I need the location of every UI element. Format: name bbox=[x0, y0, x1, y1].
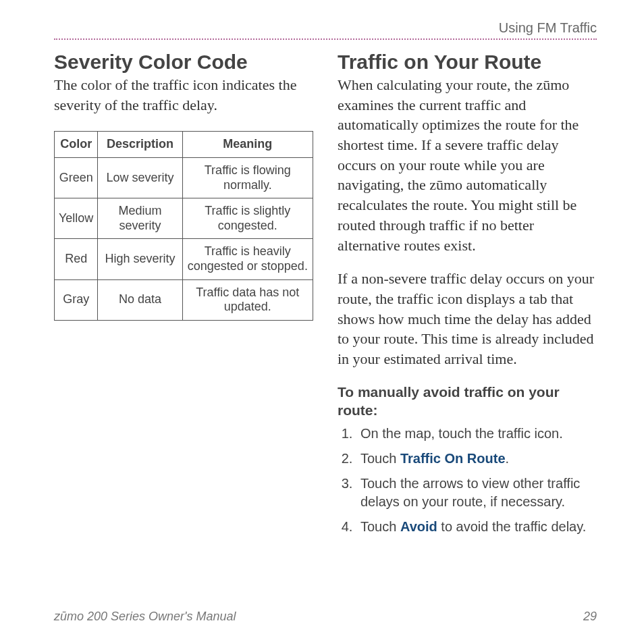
th-color: Color bbox=[55, 132, 98, 158]
page: Using FM Traffic Severity Color Code The… bbox=[0, 0, 644, 644]
cell-color: Gray bbox=[55, 279, 98, 320]
cell-mean: Traffic is flowing normally. bbox=[182, 157, 313, 198]
cell-mean: Traffic is slightly congested. bbox=[182, 198, 313, 239]
section-header: Using FM Traffic bbox=[54, 20, 597, 36]
header-rule bbox=[54, 38, 597, 40]
step-3: Touch the arrows to view other traffic d… bbox=[356, 475, 597, 511]
table-row: Yellow Medium severity Traffic is slight… bbox=[55, 198, 313, 239]
table-row: Green Low severity Traffic is flowing no… bbox=[55, 157, 313, 198]
columns: Severity Color Code The color of the tra… bbox=[54, 51, 597, 543]
steps-title: To manually avoid traffic on your route: bbox=[338, 383, 597, 420]
severity-intro: The color of the traffic icon indicates … bbox=[54, 75, 313, 115]
steps-list: On the map, touch the traffic icon. Touc… bbox=[338, 425, 597, 536]
cell-desc: Medium severity bbox=[98, 198, 182, 239]
step-4-keyword: Avoid bbox=[400, 519, 437, 534]
cell-color: Red bbox=[55, 239, 98, 279]
th-description: Description bbox=[98, 132, 182, 158]
table-head-row: Color Description Meaning bbox=[55, 132, 313, 158]
page-number: 29 bbox=[583, 610, 597, 624]
route-heading: Traffic on Your Route bbox=[338, 51, 597, 74]
page-footer: zūmo 200 Series Owner's Manual 29 bbox=[54, 610, 597, 624]
right-column: Traffic on Your Route When calculating y… bbox=[338, 51, 597, 543]
step-2-post: . bbox=[506, 451, 510, 466]
step-2: Touch Traffic On Route. bbox=[356, 450, 597, 468]
table-row: Gray No data Traffic data has not update… bbox=[55, 279, 313, 320]
cell-mean: Traffic data has not updated. bbox=[182, 279, 313, 320]
cell-color: Green bbox=[55, 157, 98, 198]
manual-title: zūmo 200 Series Owner's Manual bbox=[54, 610, 236, 624]
step-2-pre: Touch bbox=[360, 451, 400, 466]
severity-heading: Severity Color Code bbox=[54, 51, 313, 74]
step-1: On the map, touch the traffic icon. bbox=[356, 425, 597, 443]
cell-desc: High severity bbox=[98, 239, 182, 279]
cell-mean: Traffic is heavily congested or stopped. bbox=[182, 239, 313, 279]
route-paragraph-2: If a non-severe traffic delay occurs on … bbox=[338, 269, 597, 369]
step-4-post: to avoid the traffic delay. bbox=[437, 519, 587, 534]
step-4-pre: Touch bbox=[360, 519, 400, 534]
step-4: Touch Avoid to avoid the traffic delay. bbox=[356, 518, 597, 536]
left-column: Severity Color Code The color of the tra… bbox=[54, 51, 313, 543]
cell-desc: No data bbox=[98, 279, 182, 320]
route-paragraph-1: When calculating your route, the zūmo ex… bbox=[338, 75, 597, 255]
cell-desc: Low severity bbox=[98, 157, 182, 198]
cell-color: Yellow bbox=[55, 198, 98, 239]
th-meaning: Meaning bbox=[182, 132, 313, 158]
severity-table: Color Description Meaning Green Low seve… bbox=[54, 131, 313, 320]
step-2-keyword: Traffic On Route bbox=[400, 451, 506, 466]
table-row: Red High severity Traffic is heavily con… bbox=[55, 239, 313, 279]
